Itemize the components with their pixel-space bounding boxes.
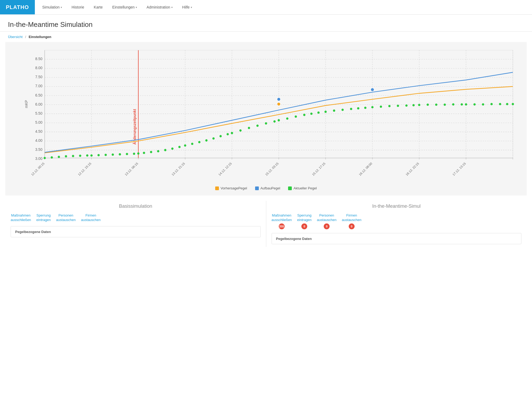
nav-historie[interactable]: Historie bbox=[67, 0, 89, 14]
svg-text:15.12. 03:15: 15.12. 03:15 bbox=[264, 161, 279, 176]
bottom-section: Basissimulation Maßnahmenausschließen Sp… bbox=[0, 201, 532, 247]
svg-point-73 bbox=[112, 153, 114, 156]
itmts-massnahmen-badge: 355 bbox=[279, 223, 285, 229]
svg-point-100 bbox=[303, 114, 306, 116]
svg-point-98 bbox=[286, 117, 289, 120]
svg-point-106 bbox=[350, 108, 352, 110]
breadcrumb-separator: / bbox=[25, 35, 26, 39]
svg-point-86 bbox=[198, 141, 201, 143]
svg-point-108 bbox=[364, 107, 367, 109]
nav-simulation[interactable]: Simulation ▾ bbox=[38, 0, 67, 14]
svg-point-110 bbox=[380, 106, 382, 108]
svg-point-102 bbox=[317, 111, 320, 114]
svg-text:Änderungszeitpunkt: Änderungszeitpunkt bbox=[132, 109, 137, 144]
svg-text:4.00: 4.00 bbox=[35, 138, 42, 143]
nav-karte[interactable]: Karte bbox=[89, 0, 107, 14]
basis-simulation-title: Basissimulation bbox=[11, 203, 261, 209]
svg-point-90 bbox=[227, 133, 229, 135]
basis-firmen-link[interactable]: Firmenaustauschen bbox=[81, 213, 101, 222]
svg-point-120 bbox=[461, 103, 463, 106]
svg-text:17.12. 13:15: 17.12. 13:15 bbox=[452, 161, 467, 176]
svg-point-89 bbox=[219, 135, 222, 138]
svg-text:mKP: mKP bbox=[24, 100, 28, 108]
basis-simulation-col: Basissimulation Maßnahmenausschließen Sp… bbox=[5, 201, 266, 247]
svg-point-95 bbox=[265, 122, 267, 125]
svg-point-105 bbox=[342, 109, 344, 111]
svg-text:7.00: 7.00 bbox=[35, 84, 42, 88]
itmts-firmen-badge: 0 bbox=[349, 223, 355, 229]
svg-point-104 bbox=[333, 110, 335, 112]
svg-point-60 bbox=[277, 98, 281, 101]
chevron-down-icon: ▾ bbox=[136, 6, 137, 9]
svg-point-117 bbox=[435, 103, 438, 106]
nav-administration[interactable]: Administration ▾ bbox=[142, 0, 177, 14]
basis-sperrung-link[interactable]: Sperrungeintragen bbox=[36, 213, 51, 222]
itmts-massnahmen-link[interactable]: Maßnahmenausschließen bbox=[272, 213, 292, 222]
svg-point-112 bbox=[397, 105, 399, 107]
legend-aktuell-label: Aktueller Pegel bbox=[293, 186, 317, 190]
chart-container: 3.00 3.50 4.00 4.50 5.00 5.50 6.00 6.50 … bbox=[5, 42, 527, 196]
svg-point-93 bbox=[248, 127, 250, 129]
nav-items: Simulation ▾ Historie Karte Einstellunge… bbox=[35, 0, 200, 14]
svg-text:5.00: 5.00 bbox=[35, 120, 42, 124]
svg-point-118 bbox=[444, 103, 446, 106]
navbar: PLATHO Simulation ▾ Historie Karte Einst… bbox=[0, 0, 532, 15]
svg-point-103 bbox=[325, 111, 327, 113]
breadcrumb-current: Einstellungen bbox=[29, 35, 51, 39]
svg-point-94 bbox=[256, 124, 259, 127]
svg-point-119 bbox=[452, 103, 455, 106]
svg-text:14.12. 12:15: 14.12. 12:15 bbox=[218, 161, 232, 176]
itmts-personen-badge: 0 bbox=[324, 223, 330, 229]
svg-point-68 bbox=[79, 155, 81, 157]
svg-point-67 bbox=[72, 155, 74, 157]
svg-text:13.12. 06:15: 13.12. 06:15 bbox=[124, 161, 139, 176]
svg-text:6.00: 6.00 bbox=[35, 102, 42, 106]
legend-vorhersage-label: VorhersagePegel bbox=[221, 186, 247, 190]
itmts-sperrung-link[interactable]: Sperrungeintragen bbox=[297, 213, 311, 222]
breadcrumb-overview-link[interactable]: Übersicht bbox=[8, 35, 23, 39]
svg-point-127 bbox=[512, 103, 514, 105]
itmts-firmen-link[interactable]: Firmenaustauschen bbox=[342, 213, 361, 222]
chevron-down-icon: ▾ bbox=[171, 6, 173, 9]
nav-einstellungen[interactable]: Einstellungen ▾ bbox=[107, 0, 142, 14]
svg-point-77 bbox=[137, 152, 140, 155]
itmts-massnahmen: Maßnahmenausschließen 355 bbox=[272, 213, 292, 229]
svg-text:8.00: 8.00 bbox=[35, 66, 42, 70]
svg-point-72 bbox=[105, 154, 107, 156]
itmts-col: In-the-Meantime-Simul Maßnahmenausschlie… bbox=[266, 201, 527, 247]
svg-point-113 bbox=[405, 104, 408, 107]
itmts-personen: Personenaustauschen 0 bbox=[317, 213, 336, 229]
svg-text:16.12. 22:15: 16.12. 22:15 bbox=[405, 161, 420, 176]
chevron-down-icon: ▾ bbox=[61, 6, 62, 9]
svg-point-82 bbox=[171, 148, 174, 150]
legend-aktuell-icon bbox=[288, 186, 292, 190]
itmts-personen-link[interactable]: Personenaustauschen bbox=[317, 213, 336, 222]
itmts-sperrung: Sperrungeintragen 0 bbox=[297, 213, 311, 229]
svg-text:5.50: 5.50 bbox=[35, 111, 42, 115]
svg-point-111 bbox=[388, 105, 391, 107]
svg-point-74 bbox=[119, 153, 121, 156]
svg-point-70 bbox=[90, 154, 93, 157]
chevron-down-icon: ▾ bbox=[191, 6, 192, 9]
legend-vorhersage-icon bbox=[215, 186, 219, 190]
nav-hilfe[interactable]: Hilfe ▾ bbox=[177, 0, 197, 14]
svg-point-87 bbox=[205, 139, 208, 142]
svg-point-71 bbox=[97, 154, 100, 156]
svg-point-115 bbox=[418, 104, 421, 106]
svg-point-123 bbox=[482, 103, 484, 106]
basis-personen-link[interactable]: Personenaustauschen bbox=[56, 213, 76, 222]
svg-point-61 bbox=[371, 88, 374, 92]
svg-point-97 bbox=[278, 119, 280, 122]
nav-logo: PLATHO bbox=[0, 0, 35, 14]
svg-text:13.12. 21:15: 13.12. 21:15 bbox=[171, 161, 186, 176]
chart-legend: VorhersagePegel AufbauPegel Aktueller Pe… bbox=[11, 184, 521, 192]
svg-point-84 bbox=[184, 144, 186, 147]
svg-text:4.50: 4.50 bbox=[35, 129, 42, 134]
svg-point-126 bbox=[506, 103, 508, 105]
svg-text:7.50: 7.50 bbox=[35, 75, 42, 79]
svg-text:15.12. 17:15: 15.12. 17:15 bbox=[311, 161, 326, 176]
legend-aufbau-icon bbox=[255, 186, 259, 190]
basis-massnahmen: Maßnahmenausschließen bbox=[11, 213, 31, 222]
page-title: In-the-Meantime Simulation bbox=[8, 20, 524, 29]
basis-massnahmen-link[interactable]: Maßnahmenausschließen bbox=[11, 213, 31, 222]
